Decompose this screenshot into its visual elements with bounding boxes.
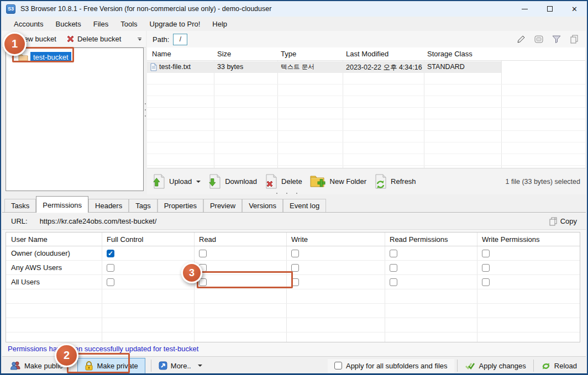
file-list-empty-grid: [147, 73, 585, 168]
edit-pencil-icon[interactable]: [515, 33, 527, 45]
apply-changes-label: Apply changes: [479, 362, 526, 370]
checkbox-anyaws-write-permissions[interactable]: [482, 264, 490, 272]
checkbox-allusers-full-control[interactable]: [107, 278, 114, 286]
col-user-name[interactable]: User Name: [11, 235, 48, 244]
perm-row-empty: [6, 289, 580, 304]
overflow-caret-icon: [138, 39, 141, 41]
tab-properties[interactable]: Properties: [158, 199, 203, 213]
permissions-header: User Name Full Control Read Write Read P…: [6, 233, 580, 246]
apply-changes-icon: [465, 362, 476, 370]
window-title: S3 Browser 10.8.1 - Free Version (for no…: [20, 5, 271, 13]
more-icon: [159, 361, 167, 370]
checkbox-owner-read-permissions[interactable]: [390, 250, 397, 257]
horizontal-splitter[interactable]: [276, 193, 297, 194]
perm-row-empty: [6, 304, 580, 318]
apply-all-checkbox[interactable]: [334, 362, 342, 369]
tab-tags[interactable]: Tags: [129, 199, 157, 213]
copy-pages-icon[interactable]: [568, 33, 580, 45]
checkbox-allusers-write-permissions[interactable]: [482, 278, 490, 286]
col-full-control[interactable]: Full Control: [107, 235, 143, 244]
minimize-button[interactable]: [512, 1, 537, 17]
annotation-badge-1: 1: [3, 32, 27, 56]
filter-funnel-icon[interactable]: [550, 33, 563, 45]
vertical-splitter[interactable]: [145, 103, 146, 117]
file-name: test-file.txt: [159, 63, 191, 71]
button-tool-icon[interactable]: [533, 33, 545, 45]
delete-label: Delete: [281, 177, 302, 186]
maximize-button[interactable]: [537, 1, 562, 17]
checkbox-allusers-read-permissions[interactable]: [390, 278, 397, 286]
upload-button[interactable]: Upload: [153, 174, 201, 189]
refresh-button[interactable]: Refresh: [374, 174, 416, 189]
copy-label: Copy: [560, 217, 577, 225]
reload-button[interactable]: Reload: [537, 359, 581, 373]
footer-separator: [457, 360, 458, 372]
copy-url-button[interactable]: Copy: [549, 217, 577, 226]
delete-bucket-button[interactable]: Delete bucket: [64, 33, 124, 45]
checkbox-anyaws-read-permissions[interactable]: [390, 264, 397, 272]
more-caret-icon: [198, 365, 202, 367]
file-row[interactable]: test-file.txt 33 bytes 텍스트 문서 2023-02-22…: [147, 61, 501, 73]
toolbar-overflow-button[interactable]: [135, 34, 144, 44]
col-type[interactable]: Type: [281, 50, 296, 58]
file-last-modified: 2023-02-22 오후 4:34:16: [346, 63, 422, 72]
minimize-icon: [522, 9, 528, 9]
checkbox-anyaws-full-control[interactable]: [107, 264, 114, 272]
col-write-permissions[interactable]: Write Permissions: [482, 235, 540, 244]
upload-icon: [153, 174, 166, 189]
url-value: https://kr.cafe24obs.com/test-bucket/: [40, 217, 157, 225]
download-icon: [208, 174, 222, 189]
reload-icon: [541, 361, 551, 371]
col-read-permissions[interactable]: Read Permissions: [390, 235, 448, 244]
menu-help[interactable]: Help: [206, 18, 233, 30]
col-size[interactable]: Size: [217, 50, 231, 58]
path-input[interactable]: /: [173, 34, 187, 45]
selection-summary: 1 file (33 bytes) selected: [506, 178, 581, 186]
overflow-icon: [138, 38, 141, 38]
annotation-badge-2: 2: [55, 344, 78, 367]
close-icon: ✕: [571, 5, 578, 13]
tab-versions[interactable]: Versions: [242, 199, 283, 213]
menu-files[interactable]: Files: [87, 18, 114, 30]
tab-preview[interactable]: Preview: [203, 199, 242, 213]
download-button[interactable]: Download: [208, 174, 257, 189]
permissions-table: User Name Full Control Read Write Read P…: [6, 232, 580, 342]
checkbox-owner-write-permissions[interactable]: [482, 250, 490, 257]
menu-buckets[interactable]: Buckets: [49, 18, 87, 30]
tabs-row: Tasks Permissions Headers Tags Propertie…: [4, 196, 584, 213]
delete-bucket-icon: [66, 35, 75, 43]
apply-all-checkbox-group[interactable]: Apply for all subfolders and files: [328, 359, 454, 373]
col-read[interactable]: Read: [199, 235, 216, 244]
tab-tasks[interactable]: Tasks: [4, 199, 36, 213]
perm-row-empty: [6, 318, 580, 332]
new-folder-button[interactable]: New Folder: [310, 175, 366, 189]
tab-eventlog[interactable]: Event log: [283, 199, 326, 213]
checkbox-anyaws-write[interactable]: [291, 264, 299, 272]
upload-caret-icon: [196, 181, 201, 183]
menu-bar: Accounts Buckets Files Tools Upgrade to …: [1, 17, 587, 31]
menu-accounts[interactable]: Accounts: [8, 18, 49, 30]
col-name[interactable]: Name: [152, 50, 171, 58]
s3-browser-window: S3 S3 Browser 10.8.1 - Free Version (for…: [0, 0, 588, 375]
file-list-header: Name Size Type Last Modified Storage Cla…: [147, 47, 585, 61]
footer-separator: [151, 360, 151, 372]
tab-headers[interactable]: Headers: [88, 199, 129, 213]
perm-row-empty: [6, 332, 580, 342]
file-type: 텍스트 문서: [281, 63, 314, 71]
tab-permissions[interactable]: Permissions: [36, 196, 88, 213]
col-last-modified[interactable]: Last Modified: [346, 50, 389, 58]
menu-tools[interactable]: Tools: [114, 18, 143, 30]
more-label: More..: [171, 362, 191, 370]
checkbox-owner-write[interactable]: [291, 250, 299, 257]
apply-changes-button[interactable]: Apply changes: [460, 360, 531, 372]
new-folder-label: New Folder: [330, 177, 366, 186]
delete-button[interactable]: Delete: [265, 174, 302, 189]
file-list: Name Size Type Last Modified Storage Cla…: [147, 47, 585, 168]
col-write[interactable]: Write: [291, 235, 308, 244]
close-button[interactable]: ✕: [562, 1, 587, 17]
checkbox-owner-full-control[interactable]: [107, 250, 114, 257]
col-storage-class[interactable]: Storage Class: [427, 50, 473, 58]
more-button[interactable]: More..: [154, 359, 207, 372]
menu-upgrade[interactable]: Upgrade to Pro!: [144, 18, 207, 30]
checkbox-owner-read[interactable]: [199, 250, 207, 257]
